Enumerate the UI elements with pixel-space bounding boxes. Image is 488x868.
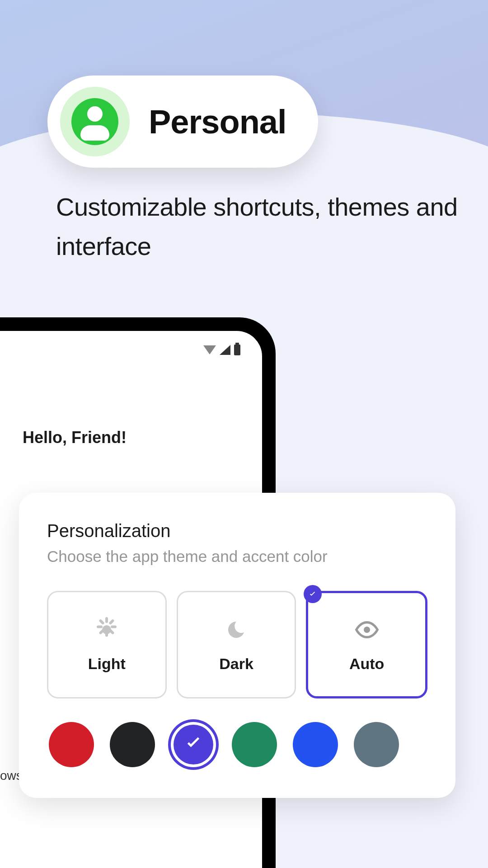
theme-label: Light <box>88 655 126 673</box>
status-bar <box>203 344 240 355</box>
color-swatch-slate[interactable] <box>354 722 399 767</box>
color-swatch-blue[interactable] <box>293 722 338 767</box>
color-swatch-black[interactable] <box>110 722 155 767</box>
sun-icon <box>94 617 119 642</box>
greeting-text: Hello, Friend! <box>23 428 127 447</box>
personal-pill: Personal <box>47 75 318 168</box>
battery-icon <box>234 344 240 355</box>
card-title: Personalization <box>47 521 427 541</box>
person-icon <box>60 87 130 156</box>
theme-option-dark[interactable]: Dark <box>177 591 296 698</box>
card-subtitle: Choose the app theme and accent color <box>47 547 427 566</box>
personalization-card: Personalization Choose the app theme and… <box>19 493 455 798</box>
signal-icon <box>220 345 230 355</box>
color-swatches <box>47 722 427 767</box>
eye-icon <box>354 617 380 642</box>
svg-point-0 <box>364 627 370 633</box>
theme-option-auto[interactable]: Auto <box>306 591 427 698</box>
personal-pill-label: Personal <box>149 103 286 141</box>
color-swatch-purple[interactable] <box>174 725 213 764</box>
check-icon <box>183 734 203 755</box>
tagline-text: Customizable shortcuts, themes and inter… <box>56 188 488 266</box>
moon-icon <box>224 617 249 642</box>
theme-label: Auto <box>349 655 384 673</box>
color-swatch-red[interactable] <box>49 722 94 767</box>
theme-label: Dark <box>219 655 253 673</box>
theme-options: Light Dark Auto <box>47 591 427 698</box>
color-swatch-green[interactable] <box>232 722 277 767</box>
wifi-icon <box>203 345 216 354</box>
check-badge-icon <box>304 585 322 603</box>
theme-option-light[interactable]: Light <box>47 591 167 698</box>
